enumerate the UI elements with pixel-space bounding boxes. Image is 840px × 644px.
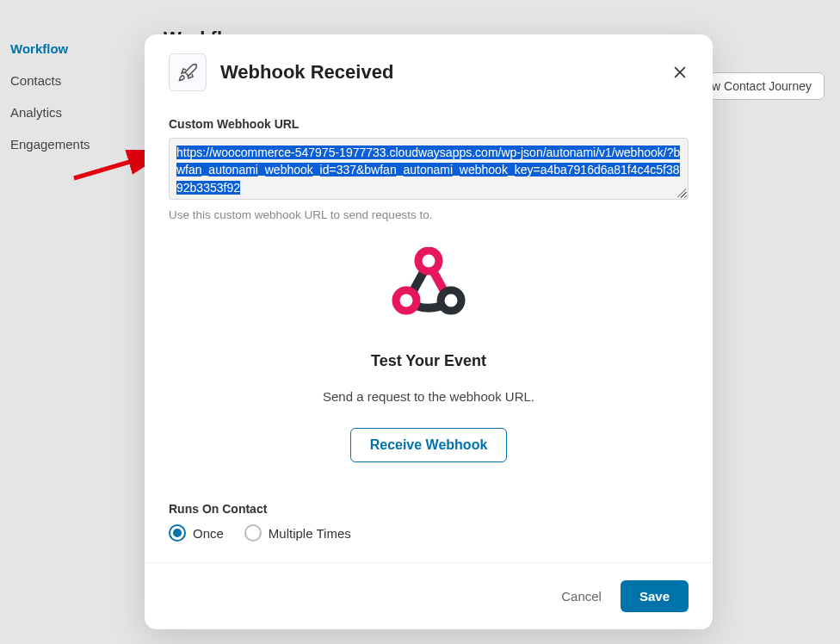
runs-radio-multiple[interactable]: Multiple Times xyxy=(244,524,351,542)
modal-header: Webhook Received xyxy=(145,34,713,100)
sidebar-item-workflow[interactable]: Workflow xyxy=(0,33,138,65)
modal-body: Custom Webhook URL https://woocommerce-5… xyxy=(145,100,713,562)
test-event-title: Test Your Event xyxy=(169,352,689,370)
runs-radio-multiple-label: Multiple Times xyxy=(269,526,351,541)
cancel-button[interactable]: Cancel xyxy=(561,589,602,604)
svg-point-5 xyxy=(396,290,417,311)
runs-on-contact-block: Runs On Contact Once Multiple Times xyxy=(169,502,689,542)
webhook-url-hint: Use this custom webhook URL to send requ… xyxy=(169,208,689,221)
save-button[interactable]: Save xyxy=(621,580,689,612)
webhook-url-input[interactable]: https://woocommerce-547975-1977733.cloud… xyxy=(169,138,689,200)
sidebar-item-analytics[interactable]: Analytics xyxy=(0,96,138,128)
webhook-icon xyxy=(377,247,480,333)
close-icon[interactable] xyxy=(671,64,689,81)
sidebar-item-engagements[interactable]: Engagements xyxy=(0,128,138,160)
sidebar: Workflow Contacts Analytics Engagements xyxy=(0,0,138,160)
runs-radio-group: Once Multiple Times xyxy=(169,524,689,542)
receive-webhook-button[interactable]: Receive Webhook xyxy=(350,428,508,462)
webhook-url-value[interactable]: https://woocommerce-547975-1977733.cloud… xyxy=(176,146,680,195)
radio-icon xyxy=(244,524,262,542)
webhook-modal: Webhook Received Custom Webhook URL http… xyxy=(145,34,713,629)
test-event-block: Test Your Event Send a request to the we… xyxy=(169,221,689,471)
rocket-icon xyxy=(169,53,207,91)
resize-handle[interactable] xyxy=(677,189,686,197)
runs-radio-once[interactable]: Once xyxy=(169,524,224,542)
runs-label: Runs On Contact xyxy=(169,502,689,516)
svg-point-4 xyxy=(418,251,439,271)
svg-point-6 xyxy=(441,290,461,311)
runs-radio-once-label: Once xyxy=(193,526,224,541)
sidebar-item-contacts[interactable]: Contacts xyxy=(0,65,138,96)
webhook-url-label: Custom Webhook URL xyxy=(169,117,689,131)
modal-title: Webhook Received xyxy=(220,61,671,84)
radio-icon xyxy=(169,524,186,542)
modal-footer: Cancel Save xyxy=(145,562,713,629)
test-event-desc: Send a request to the webhook URL. xyxy=(169,389,689,404)
